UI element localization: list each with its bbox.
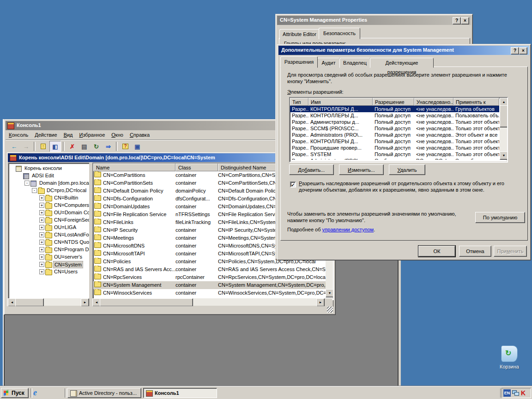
list-item-name[interactable]: CN=IP Security [93,226,175,234]
tree-item-label[interactable]: CN=System [53,261,83,268]
expand-icon[interactable]: + [39,195,44,200]
table-row[interactable]: CN=RAS and IAS Servers Acc...containerCN… [93,266,326,273]
recycle-bin-label[interactable]: Корзина [495,364,524,369]
tree-item-label[interactable]: OU=Domain Contr [53,209,91,216]
advanced-titlebar[interactable]: Дополнительные параметры безопасности дл… [278,46,529,55]
tree-item-label[interactable]: CN=Computers [53,202,90,208]
menu-item-консоль[interactable]: Консоль [6,131,31,139]
start-button[interactable]: Пуск [1,388,29,398]
expand-icon[interactable]: + [39,269,44,274]
list-item-name[interactable]: CN=FileLinks [93,218,175,226]
list-item-name[interactable]: CN=RAS and IAS Servers Acc... [93,266,175,273]
tree-item[interactable]: +OU=LIGA [9,224,91,231]
expand-icon[interactable]: + [39,254,44,260]
tree-item[interactable]: +OU=Domain Contr [9,209,91,216]
inherit-checkbox[interactable]: ✓ [290,181,296,187]
expand-icon[interactable]: + [39,247,44,252]
list-item-name[interactable]: CN=ComPartitionSets [93,179,175,187]
delete-icon[interactable]: ✗ [66,141,78,152]
back-icon[interactable]: ← [8,141,20,152]
tree-item-label[interactable]: Корень консоли [24,165,63,171]
tree-item[interactable]: +CN=Users [9,268,91,275]
remove-button[interactable]: Удалить [389,164,425,175]
tree-item[interactable]: +CN=Builtin [9,194,91,201]
menu-item-вид[interactable]: Вид [60,131,76,139]
list-item-name[interactable]: CN=RpcServices [93,273,175,281]
tree-item-label[interactable]: OU=server's [53,254,83,260]
column-header-тип[interactable]: Тип [290,98,308,106]
access-control-link[interactable]: управлении доступом [322,227,374,232]
tree-item[interactable]: +CN=System [9,260,91,268]
tree-item[interactable]: +CN=Computers [9,201,91,209]
tree-item-label[interactable]: CN=NTDS Quotas [53,239,91,245]
export-list-icon[interactable]: ⇒ [103,141,114,152]
refresh-icon[interactable]: ↻ [91,141,102,152]
list-item-name[interactable]: CN=Default Domain Policy [93,187,175,195]
permission-row[interactable]: Разре...Administrators (PRO\...Полный до… [290,132,499,138]
menu-item-справка[interactable]: Справка [127,131,153,139]
column-header-унаследовано-[interactable]: Унаследовано... [414,98,453,106]
permission-row[interactable]: Разре...КОНТРОЛЛЕРЫ Д...Полный доступ<не… [290,112,499,119]
task-button-1[interactable]: Active Directory - польз... [67,388,141,398]
column-header-разрешение[interactable]: Разрешение [373,98,414,106]
permission-row[interactable]: Разре...SCCM$ (PRO\SCC...Полный доступ<н… [290,125,499,132]
kaspersky-icon[interactable]: K [521,389,526,397]
permission-list-header[interactable]: ТипИмяРазрешениеУнаследовано...Применять… [290,98,499,106]
list-item-name[interactable]: CN=File Replication Service [93,211,175,218]
default-button[interactable]: По умолчанию [475,212,525,223]
network-icon[interactable] [512,389,520,397]
tab-attribute-editor[interactable]: Attribute Editor [279,29,320,39]
help-titlebar-button[interactable]: ? [511,47,519,54]
close-button[interactable]: × [519,47,527,54]
tree-hscrollbar[interactable]: ◄ ► [8,298,89,306]
recycle-bin-icon[interactable]: ↻ [501,345,518,362]
tree-item-label[interactable]: CN=Program Data [53,246,91,253]
permission-row[interactable]: Разре...Прошедшие провер...Полный доступ… [290,145,499,151]
close-button[interactable]: × [461,17,469,24]
up-one-level-icon[interactable]: ↑ [37,141,49,152]
tree-item-label[interactable]: Domain [dom.pro.local] [38,180,91,186]
tree-item[interactable]: -Domain [dom.pro.local] [9,179,91,187]
tree-item-label[interactable]: OU=LIGA [53,224,77,230]
properties-titlebar[interactable]: CN=System Management Properties ? × [277,16,471,25]
expand-icon[interactable]: + [39,210,44,215]
edit-button[interactable]: Изменить... [339,164,384,175]
expand-icon[interactable]: + [39,203,44,208]
forward-icon[interactable]: → [20,141,32,152]
column-header-имя[interactable]: Имя [308,98,373,106]
show-tree-icon[interactable]: ◧ [49,141,61,152]
list-item-name[interactable]: CN=WinsockServices [93,289,175,297]
column-header-name[interactable]: Name [93,163,175,171]
list-item-name[interactable]: CN=ComPartitions [93,171,175,179]
collapse-icon[interactable]: - [32,188,37,193]
properties-icon[interactable]: ▤ [79,141,90,152]
tree-hscroll-thumb[interactable] [15,298,44,307]
table-row[interactable]: CN=System ManagementcontainerCN=System M… [93,281,326,289]
task-button-2[interactable]: Консоль1 [143,388,217,398]
inherit-checkbox-label-2[interactable]: дочерним объектам, добавляя их к разреше… [299,187,484,193]
list-item-name[interactable]: CN=System Management [93,281,175,289]
list-item-name[interactable]: CN=DomainUpdates [93,203,175,211]
tree-item[interactable]: ADSI Edit [9,172,91,179]
permission-row[interactable]: Разре...КОНТРОЛЛЕРЫ Д...Полный доступ<не… [290,106,499,112]
tree-item-label[interactable]: DC=pro,DC=local [46,187,87,193]
menu-item-избранное[interactable]: Избранное [76,131,109,139]
tab-действующие-разрешения[interactable]: Действующие разрешения [370,58,434,68]
scroll-right-icon[interactable]: ► [316,298,325,307]
list-item-name[interactable]: CN=MicrosoftDNS [93,242,175,250]
tree-item[interactable]: +CN=ForeignSecuri [9,216,91,224]
tab-аудит[interactable]: Аудит [317,58,340,68]
internet-explorer-icon[interactable]: e [33,388,42,398]
permission-row[interactable]: Разре...Administrators (PRO\...ОсобыеDC=… [290,157,499,160]
ok-button[interactable]: ОК [418,246,455,257]
table-row[interactable]: CN=RpcServicesrpcContainerCN=RpcServices… [93,273,326,281]
column-header-применять-к[interactable]: Применять к [453,98,499,106]
list-item-name[interactable]: CN=Policies [93,258,175,266]
tree-item-label[interactable]: CN=Users [53,268,79,275]
tree-item-label[interactable]: CN=Builtin [53,194,79,201]
tree-item-label[interactable]: ADSI Edit [31,172,55,179]
pane-splitter[interactable] [89,163,92,306]
list-item-name[interactable]: CN=Meetings [93,234,175,242]
collapse-icon[interactable]: - [24,181,30,186]
list-hscrollbar[interactable]: ◄ ► [92,298,325,306]
